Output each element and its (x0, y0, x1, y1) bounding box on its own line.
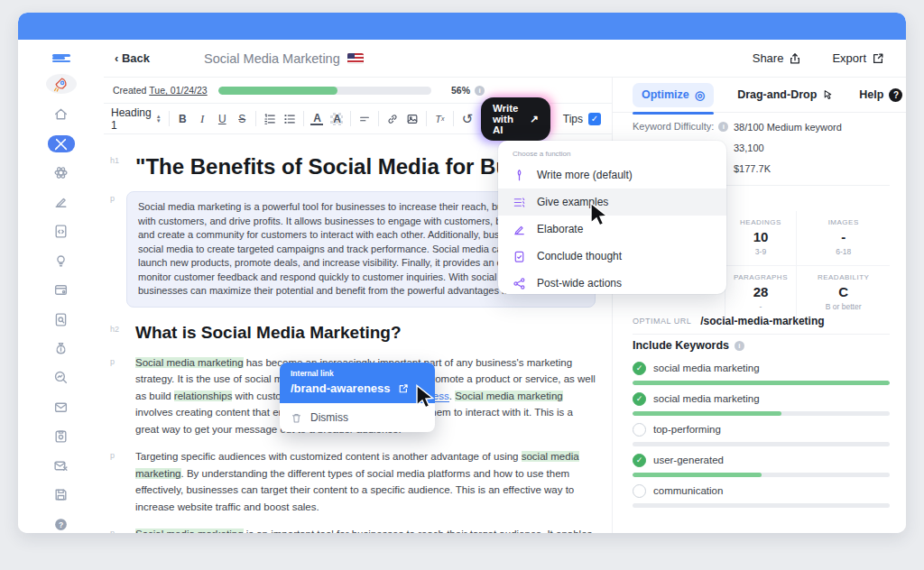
keyword-difficulty-value: 38/100 Medium keyword (734, 122, 842, 133)
undo-button[interactable]: ↺ (461, 111, 474, 127)
rocket-icon (53, 77, 69, 92)
tab-help[interactable]: Help? (859, 88, 902, 102)
save-icon (53, 487, 69, 502)
menu-item-post-wide-actions[interactable]: Post-wide actions (498, 270, 726, 297)
rocket-avatar[interactable] (46, 74, 77, 94)
tips-label: Tips (563, 113, 583, 125)
created-date-link[interactable]: Tue, 01/24/23 (149, 85, 207, 96)
sidebar-item-tasks[interactable] (48, 428, 75, 445)
export-icon (872, 52, 884, 65)
block-tag: p (110, 526, 135, 533)
share-button[interactable]: Share (753, 51, 802, 65)
menu-item-conclude-thought[interactable]: Conclude thought (498, 243, 726, 270)
document-title-text: Social Media Marketing (204, 51, 340, 66)
sidebar-item-help[interactable]: ? (48, 515, 75, 532)
page-title[interactable]: Social Media Marketing (204, 51, 364, 66)
clear-format-button[interactable]: Tx (433, 114, 446, 124)
highlight-button[interactable]: A (330, 113, 343, 125)
us-flag-icon (347, 53, 364, 64)
pen-glyph: ↗ (530, 113, 539, 125)
menu-icon[interactable] (52, 54, 70, 62)
internal-link-url[interactable]: /brand-awareness (291, 382, 424, 395)
atom-icon (53, 165, 69, 180)
heading2-block[interactable]: h2 What is Social Media Marketing? (110, 322, 596, 344)
strikethrough-button[interactable]: S (236, 113, 248, 125)
keyword-item[interactable]: top-performing (633, 422, 890, 446)
info-icon[interactable]: i (735, 341, 744, 351)
sidebar-item-outreach[interactable] (48, 399, 75, 416)
sidebar-item-editor-active[interactable] (48, 135, 75, 152)
external-link-icon (398, 383, 409, 394)
stat-cell-paragraphs: PARAGRAPHS28- (725, 266, 798, 320)
traffic-value: $177.7K (734, 163, 771, 174)
underline-button[interactable]: U (216, 113, 228, 125)
menu-item-give-examples[interactable]: Give examples (498, 188, 726, 216)
sidebar-item-home[interactable] (48, 106, 75, 123)
heading2-text[interactable]: What is Social Media Marketing? (135, 322, 596, 344)
ordered-list-button[interactable] (263, 113, 276, 125)
keyword-check-icon[interactable]: ✓ (633, 362, 646, 375)
sidebar-item-browser[interactable] (48, 281, 75, 299)
list-examples-icon (513, 196, 526, 209)
pen-icon (513, 169, 526, 182)
text-color-button[interactable]: A (310, 113, 323, 125)
tab-drag-and-drop[interactable]: Drag-and-Drop (737, 88, 834, 101)
align-icon (358, 113, 371, 125)
help-badge-icon: ? (889, 88, 902, 102)
info-icon[interactable]: i (718, 122, 728, 132)
menu-item-elaborate[interactable]: Elaborate (498, 216, 726, 243)
block-tag: h2 (110, 322, 135, 344)
sidebar-item-research[interactable] (48, 369, 75, 386)
ordered-list-icon (263, 113, 276, 125)
panel-tabs: Optimize◎ Drag-and-Drop Help? (613, 78, 906, 113)
image-button[interactable] (406, 113, 419, 125)
optimal-url-value[interactable]: /social-media-marketing (700, 315, 824, 327)
keyword-check-icon[interactable] (633, 484, 646, 498)
doc-search-icon (53, 312, 69, 327)
svg-text:?: ? (59, 519, 63, 529)
heading-style-select[interactable]: Heading 1▲▼ (111, 106, 162, 132)
keyword-item[interactable]: ✓social media marketing (633, 361, 890, 385)
keyword-item[interactable]: ✓user-generated (633, 453, 890, 477)
sidebar-item-unsubscribe[interactable] (48, 457, 75, 474)
keyword-item[interactable]: ✓social media marketing (633, 391, 890, 416)
ai-menu-header: Choose a function (498, 148, 726, 161)
paragraph-block[interactable]: p Social media marketing is an important… (110, 526, 596, 533)
back-button[interactable]: ‹ Back (115, 51, 150, 65)
keyword-check-icon[interactable] (633, 423, 646, 437)
bullet-list-button[interactable] (283, 113, 296, 125)
keyword-check-icon[interactable]: ✓ (633, 454, 646, 467)
italic-button[interactable]: I (196, 112, 208, 126)
paragraph-block[interactable]: p Targeting specific audiences with cust… (110, 448, 596, 515)
export-button[interactable]: Export (832, 51, 884, 65)
money-bag-icon (53, 341, 69, 356)
sidebar-item-monetize[interactable] (48, 340, 75, 357)
tab-optimize[interactable]: Optimize◎ (633, 83, 714, 107)
dismiss-button[interactable]: Dismiss (280, 403, 435, 432)
write-with-ai-button[interactable]: Write with AI↗ (481, 97, 550, 141)
browser-card-icon (53, 282, 69, 298)
menu-item-write-more[interactable]: Write more (default) (498, 161, 726, 188)
keyword-check-icon[interactable]: ✓ (633, 392, 646, 406)
created-date: Created Tue, 01/24/23 (113, 85, 208, 96)
sidebar-item-content-brief[interactable] (48, 223, 75, 240)
help-icon: ? (53, 517, 69, 532)
internal-link-popup: Internal link /brand-awareness Dismiss (280, 363, 435, 432)
keyword-item[interactable]: communication (633, 483, 890, 508)
link-button[interactable] (386, 113, 399, 125)
sidebar-item-audit[interactable] (48, 310, 75, 327)
keyword-progress-bar (633, 381, 890, 385)
stat-cell-headings: HEADINGS103-9 (725, 211, 798, 266)
image-icon (406, 113, 419, 125)
bold-button[interactable]: B (176, 113, 189, 125)
align-button[interactable] (358, 113, 371, 125)
sidebar-item-write[interactable] (48, 193, 75, 210)
info-icon[interactable]: i (475, 86, 485, 96)
sidebar-item-ai[interactable] (48, 164, 75, 181)
sidebar-item-ideas[interactable] (48, 252, 75, 269)
sidebar-item-save[interactable] (48, 486, 75, 503)
mail-icon (53, 400, 69, 415)
app-window: ? ‹ Back Social Media Marketing Share Ex… (18, 13, 906, 533)
tips-checkbox[interactable]: ✓ (588, 113, 601, 125)
search-volume-value: 33,100 (734, 142, 764, 153)
